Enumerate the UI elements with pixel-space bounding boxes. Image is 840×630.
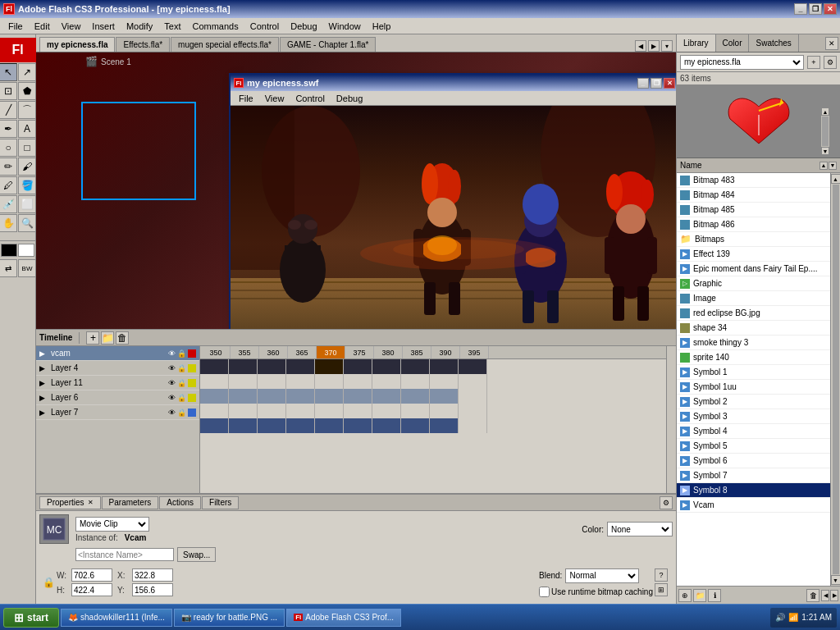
library-vscroll[interactable]: ▲ ▼ [830,173,840,586]
prop-tab-parameters[interactable]: Parameters [102,496,159,509]
zoom-tool[interactable]: 🔍 [18,214,36,232]
lib-shape34[interactable]: shape 34 [677,321,830,336]
lib-sprite140[interactable]: sprite 140 [677,350,830,365]
tab-scroll-left[interactable]: ◀ [635,40,646,52]
menu-debug[interactable]: Debug [285,20,322,33]
layer-11[interactable]: ▶ Layer 11 👁 🔒 [36,376,199,390]
eyedropper-tool[interactable]: 💉 [0,195,17,213]
fill-color[interactable] [18,244,34,257]
layer-outline-icon[interactable] [188,364,196,372]
swf-menu-view[interactable]: View [260,92,290,105]
brush-tool[interactable]: 🖌 [18,158,36,176]
gradient-tool[interactable]: ⬟ [18,82,36,100]
layer-outline-icon[interactable] [188,409,196,417]
library-file-select[interactable]: my epicness.fla [680,55,804,70]
timeline-vscroll[interactable] [666,346,676,493]
lib-image[interactable]: Image [677,291,830,306]
tab-epicness[interactable]: my epicness.fla [39,37,115,52]
free-transform-tool[interactable]: ⊡ [0,82,17,100]
lib-symbol1[interactable]: ▶ Symbol 1 [677,365,830,380]
lib-bitmap484[interactable]: Bitmap 484 [677,188,830,203]
hand-tool[interactable]: ✋ [0,214,17,232]
swf-menu-file[interactable]: File [234,92,258,105]
start-button[interactable]: ⊞ start [3,608,59,628]
layer-vis-icon[interactable]: 👁 [168,409,176,417]
prop-expand-btn[interactable]: ⊞ [655,583,668,596]
color-tab[interactable]: Color [716,34,750,52]
swf-minimize[interactable]: _ [637,78,649,89]
lib-symbol8[interactable]: ▶ Symbol 8 [677,483,830,498]
swf-close[interactable]: ✕ [664,78,675,89]
layer-vis-icon[interactable]: 👁 [168,379,176,387]
default-colors[interactable]: BW [18,259,36,277]
menu-text[interactable]: Text [159,20,185,33]
layer-vcam[interactable]: ▶ vcam 👁 🔒 [36,346,199,361]
swf-menu-control[interactable]: Control [290,92,329,105]
tab-mugen[interactable]: mugen special effects.fla* [171,37,279,52]
menu-view[interactable]: View [57,20,86,33]
pencil-tool[interactable]: ✏ [0,158,17,176]
lib-delete-btn[interactable]: 🗑 [806,589,819,602]
lib-epic-moment[interactable]: ▶ Epic moment dans Fairy Tail Ep.... [677,262,830,276]
eraser-tool[interactable]: ⬜ [18,195,36,213]
lib-vcam[interactable]: ▶ Vcam [677,498,830,513]
lib-scroll-down[interactable]: ▼ [831,575,841,585]
height-input[interactable] [71,583,112,596]
new-layer-btn[interactable]: + [86,331,99,345]
add-folder-btn[interactable]: 📁 [101,331,114,345]
subselect-tool[interactable]: ↗ [18,63,36,81]
swatches-tab[interactable]: Swatches [749,34,798,52]
lib-graphic[interactable]: ▷ Graphic [677,276,830,291]
layer-vis-icon[interactable]: 👁 [168,394,176,402]
menu-file[interactable]: File [3,20,28,33]
lib-smoke-thingy[interactable]: ▶ smoke thingy 3 [677,336,830,350]
lib-symbol3[interactable]: ▶ Symbol 3 [677,409,830,424]
prop-tab-properties[interactable]: Properties ✕ [39,496,101,509]
layer-lock-icon[interactable]: 🔒 [177,379,186,387]
layer-7[interactable]: ▶ Layer 7 👁 🔒 [36,405,199,420]
paint-bucket-tool[interactable]: 🪣 [18,176,36,194]
oval-tool[interactable]: ○ [0,139,17,157]
library-tab[interactable]: Library [677,34,716,52]
close-button[interactable]: ✕ [824,3,837,15]
layer-lock-icon[interactable]: 🔒 [177,364,186,372]
swap-button[interactable]: Swap... [177,547,216,562]
layer-6[interactable]: ▶ Layer 6 👁 🔒 [36,390,199,405]
tab-effects[interactable]: Effects.fla* [116,37,170,52]
prop-type-select[interactable]: Movie Clip [75,517,149,532]
layer-lock-icon[interactable]: 🔒 [177,349,186,358]
y-input[interactable] [132,583,173,596]
lib-new-symbol-btn[interactable]: ⊕ [678,589,692,602]
menu-edit[interactable]: Edit [30,20,55,33]
lasso-tool[interactable]: ⌒ [18,101,36,119]
prop-tab-close[interactable]: ✕ [88,499,94,506]
lock-icon[interactable]: 🔒 [43,577,55,588]
menu-modify[interactable]: Modify [121,20,158,33]
list-scroll-up[interactable]: ▲ [819,162,828,170]
lib-symbol7[interactable]: ▶ Symbol 7 [677,468,830,483]
library-options-btn[interactable]: ⚙ [824,56,837,69]
x-input[interactable] [132,568,173,582]
tab-game[interactable]: GAME - Chapter 1.fla* [280,37,376,52]
layer-vis-icon[interactable]: 👁 [168,364,176,372]
swf-restore[interactable]: ❐ [651,78,662,89]
swf-menu-debug[interactable]: Debug [331,92,368,105]
menu-commands[interactable]: Commands [187,20,243,33]
layer-outline-icon[interactable] [188,394,196,402]
prop-options-btn[interactable]: ⚙ [660,496,673,509]
stroke-color[interactable] [1,244,17,257]
minimize-button[interactable]: _ [794,3,807,15]
lib-bitmap485[interactable]: Bitmap 485 [677,203,830,217]
lib-new-folder-btn[interactable]: 📁 [693,589,706,602]
delete-layer-btn[interactable]: 🗑 [116,331,129,345]
restore-button[interactable]: ❐ [809,3,822,15]
lib-bitmap483[interactable]: Bitmap 483 [677,173,830,188]
lib-symbol5[interactable]: ▶ Symbol 5 [677,439,830,454]
layer-outline-icon[interactable] [188,349,196,358]
blend-dropdown[interactable]: Normal [565,568,639,583]
instance-name-input[interactable] [75,548,174,561]
lib-symbol1uu[interactable]: ▶ Symbol 1uu [677,380,830,395]
type-dropdown[interactable]: Movie Clip [75,517,149,532]
menu-window[interactable]: Window [324,20,366,33]
layer-lock-icon[interactable]: 🔒 [177,394,186,402]
